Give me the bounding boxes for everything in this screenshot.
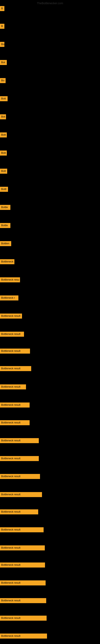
bottleneck-item: Bottleneck result [0, 580, 46, 586]
bottleneck-item: Bottleneck r [0, 296, 18, 300]
bottleneck-item: Bottleneck result [0, 438, 39, 443]
bottleneck-item: Bottleneck result [0, 348, 30, 354]
bottleneck-item: Bottleneck result [0, 492, 42, 497]
bottleneck-item: Bottleneck result [0, 366, 31, 371]
bottleneck-item: Bottleneck result [0, 509, 38, 514]
bottleneck-item: B [0, 24, 4, 29]
bottleneck-item: Bottleneck result [0, 420, 30, 425]
bottleneck-item: Bottlen [0, 241, 11, 246]
bottleneck-item: Bottleneck result [0, 616, 47, 621]
bottleneck-item: Bottleneck result [0, 474, 40, 479]
bottleneck-item: Bottleneck [0, 259, 14, 264]
bottleneck-item: Bottleneck result [0, 332, 24, 337]
bottleneck-item: Bottl [0, 187, 8, 192]
bottleneck-item: Bottleneck result [0, 456, 39, 461]
site-title: TheBottlenecker.com [37, 2, 63, 5]
bottleneck-item: Bottleneck result [0, 402, 30, 408]
bottleneck-item: Bo [0, 42, 4, 47]
bottleneck-item: Bot [0, 60, 7, 65]
bottleneck-item: Bottleneck result [0, 546, 45, 550]
bottleneck-item: Bott [0, 169, 7, 174]
bottleneck-item: Bottle [0, 205, 10, 210]
bottleneck-item: Bottleneck result [0, 634, 47, 638]
bottleneck-item: Bott [0, 96, 8, 101]
bottleneck-item: Bo [0, 78, 6, 83]
bottleneck-item: Bott [0, 132, 7, 138]
bottleneck-item: Bottleneck result [0, 384, 26, 390]
bottleneck-item: Bottleneck result [0, 314, 22, 318]
bottleneck-item: Bottleneck resu [0, 277, 20, 282]
bottleneck-item: Bott [0, 150, 7, 156]
bottleneck-item: Bottleneck result [0, 527, 44, 532]
bottleneck-item: B [0, 6, 4, 11]
bottleneck-item: Bot [0, 114, 6, 119]
bottleneck-item: Bottle [0, 223, 10, 228]
bottleneck-item: Bottleneck result [0, 598, 46, 603]
bottleneck-item: Bottleneck result [0, 562, 45, 568]
